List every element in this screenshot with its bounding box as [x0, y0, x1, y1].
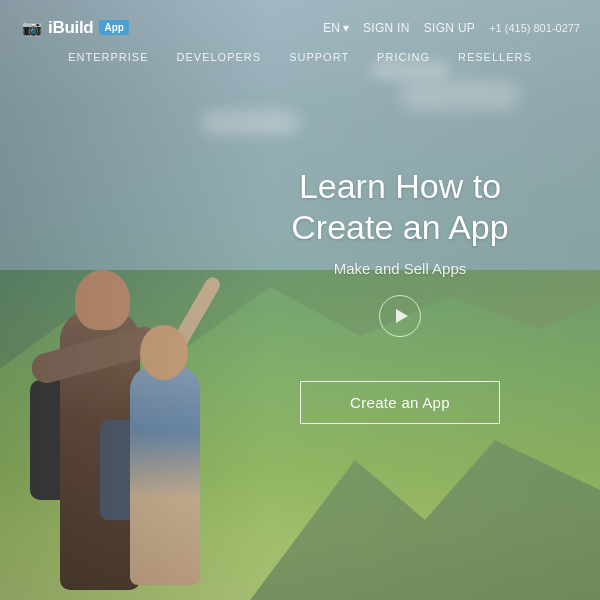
logo: 📷 iBuild App — [20, 18, 129, 38]
hero-title: Learn How to Create an App — [260, 166, 540, 248]
hero-subtitle: Make and Sell Apps — [260, 260, 540, 277]
nav-support[interactable]: SUPPORT — [289, 51, 349, 63]
hero-content: Learn How to Create an App Make and Sell… — [260, 166, 540, 424]
camera-icon: 📷 — [22, 18, 42, 37]
nav-pricing[interactable]: PRICING — [377, 51, 430, 63]
play-triangle-icon — [396, 309, 408, 323]
language-label: EN — [323, 21, 340, 35]
nav-right: EN ▾ SIGN IN SIGN UP +1 (415) 801-0277 — [323, 21, 580, 35]
chevron-down-icon: ▾ — [343, 21, 349, 35]
nav-developers[interactable]: DEVELOPERS — [177, 51, 262, 63]
phone-number: +1 (415) 801-0277 — [489, 22, 580, 34]
language-selector[interactable]: EN ▾ — [323, 21, 349, 35]
logo-text: iBuild — [48, 18, 93, 38]
sign-up-link[interactable]: SIGN UP — [424, 21, 475, 35]
nav-enterprise[interactable]: ENTERPRISE — [68, 51, 148, 63]
logo-badge: App — [99, 20, 128, 35]
play-button[interactable] — [379, 295, 421, 337]
create-app-button[interactable]: Create an App — [300, 381, 500, 424]
secondary-navbar: ENTERPRISE DEVELOPERS SUPPORT PRICING RE… — [0, 45, 600, 69]
sign-in-link[interactable]: SIGN IN — [363, 21, 410, 35]
nav-resellers[interactable]: RESELLERS — [458, 51, 532, 63]
